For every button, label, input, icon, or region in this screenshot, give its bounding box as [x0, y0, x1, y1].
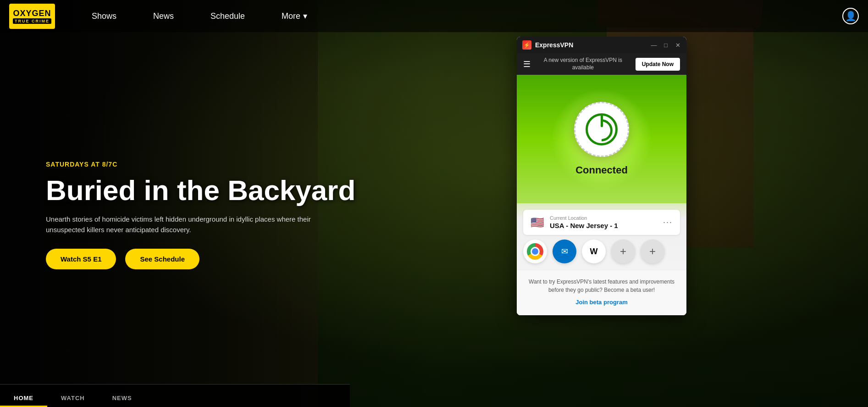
site-logo[interactable]: OXYGEN TRUE CRIME	[9, 4, 55, 29]
expressvpn-logo-icon	[522, 40, 531, 50]
close-button[interactable]: ✕	[674, 42, 681, 48]
vpn-location-info: Current Location USA - New Jersey - 1	[550, 215, 658, 229]
nav-more[interactable]: More ▾	[263, 0, 326, 32]
vpn-location-label: Current Location	[550, 215, 658, 221]
chrome-shortcut[interactable]	[523, 240, 547, 263]
vpn-location-name: USA - New Jersey - 1	[550, 222, 658, 229]
vpn-update-bar: ☰ A new version of ExpressVPN is availab…	[517, 53, 686, 75]
user-icon: 👤	[845, 11, 857, 22]
minimize-button[interactable]: —	[651, 42, 657, 48]
tab-watch[interactable]: WATCH	[47, 389, 99, 407]
vpn-location-row[interactable]: 🇺🇸 Current Location USA - New Jersey - 1…	[523, 210, 680, 235]
vpn-status-text: Connected	[575, 164, 628, 176]
chevron-down-icon: ▾	[303, 11, 307, 21]
outlook-shortcut[interactable]: ✉	[553, 240, 576, 263]
vpn-update-message: A new version of ExpressVPN is available	[535, 57, 631, 71]
vpn-window: ExpressVPN — □ ✕ ☰ A new version of Expr…	[517, 37, 686, 315]
outlook-icon: ✉	[561, 246, 568, 256]
hero-schedule: SATURDAYS AT 8/7C	[46, 161, 355, 168]
update-now-button[interactable]: Update Now	[636, 58, 680, 71]
nav-shows[interactable]: Shows	[73, 0, 135, 32]
chrome-icon	[527, 243, 543, 260]
add-icon-2: +	[649, 245, 656, 258]
tab-news[interactable]: NEWS	[99, 389, 146, 407]
user-account-button[interactable]: 👤	[842, 8, 859, 24]
main-nav: OXYGEN TRUE CRIME Shows News Schedule Mo…	[0, 0, 868, 32]
maximize-button[interactable]: □	[663, 42, 669, 48]
logo-line1: OXYGEN	[13, 9, 51, 18]
vpn-power-button[interactable]	[574, 102, 629, 157]
vpn-beta-section: Want to try ExpressVPN's latest features…	[517, 270, 686, 315]
nav-schedule[interactable]: Schedule	[192, 0, 263, 32]
nav-news[interactable]: News	[135, 0, 192, 32]
vpn-beta-text: Want to try ExpressVPN's latest features…	[523, 278, 680, 294]
wikipedia-shortcut[interactable]: W	[582, 240, 606, 263]
hero-content: SATURDAYS AT 8/7C Buried in the Backyard…	[46, 161, 355, 269]
add-shortcut-2[interactable]: +	[641, 240, 664, 263]
wikipedia-icon: W	[590, 247, 598, 256]
hamburger-icon[interactable]: ☰	[523, 59, 531, 69]
vpn-window-controls: — □ ✕	[651, 42, 681, 48]
vpn-app-name: ExpressVPN	[535, 41, 573, 49]
logo-line2: TRUE CRIME	[13, 18, 51, 24]
nav-right: 👤	[842, 8, 859, 24]
add-icon-1: +	[620, 245, 626, 258]
vpn-logo-area: ExpressVPN	[522, 40, 651, 50]
nav-links: Shows News Schedule More ▾	[73, 0, 842, 32]
nav-more-label: More	[282, 11, 300, 21]
join-beta-link[interactable]: Join beta program	[575, 299, 627, 306]
watch-button[interactable]: Watch S5 E1	[46, 249, 116, 269]
vpn-connected-section: Connected	[517, 75, 686, 203]
power-icon	[586, 113, 618, 145]
vpn-titlebar: ExpressVPN — □ ✕	[517, 37, 686, 53]
add-shortcut-1[interactable]: +	[611, 240, 635, 263]
vpn-shortcuts: ✉ W + +	[517, 240, 686, 270]
bottom-tabs: HOME WATCH NEWS	[0, 384, 350, 407]
tab-home[interactable]: HOME	[0, 389, 47, 407]
vpn-body: Connected 🇺🇸 Current Location USA - New …	[517, 75, 686, 315]
hero-buttons: Watch S5 E1 See Schedule	[46, 249, 355, 269]
us-flag-icon: 🇺🇸	[531, 216, 544, 229]
schedule-button[interactable]: See Schedule	[125, 249, 199, 269]
hero-description: Unearth stories of homicide victims left…	[46, 214, 339, 235]
location-more-button[interactable]: ···	[663, 217, 673, 227]
hero-title: Buried in the Backyard	[46, 175, 355, 205]
